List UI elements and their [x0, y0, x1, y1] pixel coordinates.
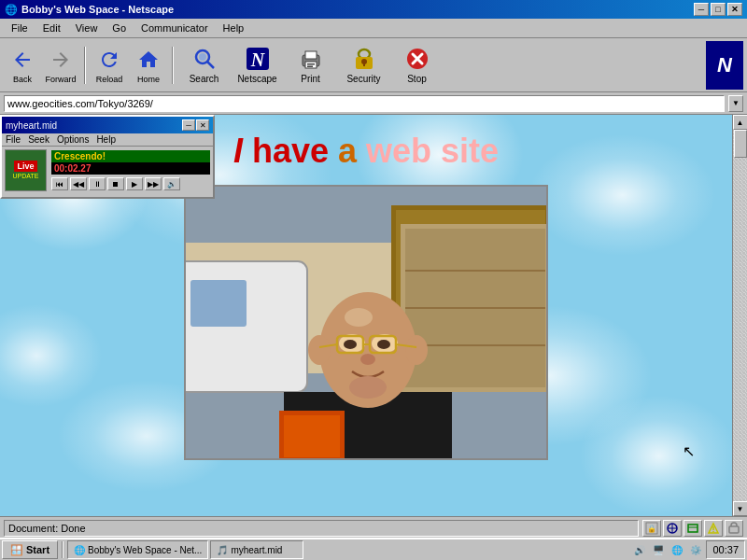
stop-button[interactable]: Stop	[391, 41, 443, 90]
print-icon	[298, 46, 324, 72]
forward-button[interactable]: Forward	[42, 41, 79, 90]
webpage: I have a web site	[0, 115, 732, 516]
media-update-badge: UPDATE	[12, 172, 40, 180]
photo-container	[0, 185, 732, 460]
start-button[interactable]: 🪟 Start	[2, 540, 58, 559]
menu-edit[interactable]: Edit	[35, 21, 68, 35]
tray-icon-1[interactable]: 🔊	[631, 541, 648, 558]
address-bar: ▼	[0, 92, 747, 115]
media-content: Live UPDATE Crescendo! 00:02.27 ⏮ ◀◀ ⏸ ⏹…	[2, 147, 213, 194]
reload-icon	[96, 47, 122, 73]
media-pause-button[interactable]: ⏸	[89, 177, 106, 190]
media-menu-file[interactable]: File	[6, 134, 21, 145]
toolbar: Back Forward Reload Home S	[0, 38, 747, 92]
stop-icon	[404, 46, 430, 72]
scroll-thumb[interactable]	[734, 130, 747, 158]
back-button[interactable]: Back	[4, 41, 41, 90]
media-stop-button[interactable]: ⏹	[107, 177, 124, 190]
menu-help[interactable]: Help	[216, 21, 252, 35]
media-player-buttons: ─ ✕	[182, 119, 209, 131]
start-label: Start	[26, 544, 49, 555]
svg-text:🔒: 🔒	[647, 524, 656, 533]
title-bar: 🌐 Bobby's Web Space - Netscape ─ □ ✕	[0, 0, 747, 19]
person-photo	[184, 185, 548, 460]
scroll-track	[733, 130, 748, 501]
svg-rect-9	[307, 66, 313, 68]
toolbar-separator-2	[172, 47, 174, 84]
svg-rect-58	[729, 526, 739, 533]
svg-rect-47	[284, 415, 340, 457]
svg-point-44	[349, 376, 387, 399]
home-label: Home	[137, 75, 160, 84]
media-song-title: Crescendo!	[51, 150, 210, 162]
svg-rect-8	[307, 63, 315, 65]
menu-go[interactable]: Go	[105, 21, 134, 35]
media-menu: File Seek Options Help	[2, 133, 213, 147]
svg-line-1	[207, 62, 214, 68]
print-label: Print	[301, 74, 320, 84]
status-icon-1[interactable]: 🔒	[642, 520, 661, 537]
forward-icon	[48, 47, 74, 73]
menu-view[interactable]: View	[68, 21, 106, 35]
scroll-down-button[interactable]: ▼	[733, 501, 748, 516]
window-title: Bobby's Web Space - Netscape	[21, 4, 174, 15]
svg-point-45	[345, 308, 373, 327]
tray-icon-3[interactable]: 🌐	[669, 541, 685, 558]
taskbar: 🪟 Start 🌐 Bobby's Web Space - Net... 🎵 m…	[0, 538, 747, 560]
address-scroll-button[interactable]: ▼	[728, 95, 743, 112]
back-label: Back	[13, 75, 32, 84]
svg-rect-22	[190, 280, 247, 327]
content-area: I have a web site	[0, 115, 747, 516]
taskbar-media-icon: 🎵	[217, 545, 228, 555]
print-button[interactable]: Print	[285, 41, 336, 90]
status-icon-4[interactable]	[704, 520, 723, 537]
minimize-button[interactable]: ─	[694, 3, 709, 16]
menu-communicator[interactable]: Communicator	[134, 21, 216, 35]
reload-button[interactable]: Reload	[91, 41, 128, 90]
media-menu-help[interactable]: Help	[96, 134, 116, 145]
taskbar-media-label: myheart.mid	[231, 545, 282, 555]
search-label: Search	[190, 74, 219, 84]
tray-icon-4[interactable]: ⚙️	[687, 541, 704, 558]
media-menu-options[interactable]: Options	[57, 134, 89, 145]
media-info: Crescendo! 00:02.27 ⏮ ◀◀ ⏸ ⏹ ▶ ▶▶ 🔊	[51, 150, 210, 190]
taskbar-tray: 🔊 🖥️ 🌐 ⚙️ 00:37	[631, 540, 745, 559]
netscape-label: Netscape	[237, 74, 276, 84]
svg-point-32	[308, 335, 331, 365]
status-icon-2[interactable]	[663, 520, 682, 537]
media-play-button[interactable]: ▶	[126, 177, 143, 190]
svg-point-57	[712, 530, 714, 532]
menu-file[interactable]: File	[4, 21, 35, 35]
home-button[interactable]: Home	[130, 41, 167, 90]
home-icon	[135, 47, 162, 73]
search-button[interactable]: Search	[178, 41, 230, 90]
media-minimize-button[interactable]: ─	[182, 119, 195, 131]
media-fast-forward-button[interactable]: ▶▶	[145, 177, 162, 190]
status-icon-5[interactable]	[725, 520, 743, 537]
tray-icon-2[interactable]: 🖥️	[650, 541, 667, 558]
maximize-button[interactable]: □	[711, 3, 726, 16]
svg-rect-6	[305, 51, 317, 59]
taskbar-item-media[interactable]: 🎵 myheart.mid	[210, 540, 303, 559]
title-bar-left: 🌐 Bobby's Web Space - Netscape	[5, 4, 174, 16]
taskbar-separator	[62, 541, 63, 558]
netscape-button[interactable]: N Netscape	[232, 41, 283, 90]
taskbar-clock: 00:37	[706, 540, 745, 559]
close-button[interactable]: ✕	[727, 3, 742, 16]
netscape-logo: N	[706, 41, 743, 90]
media-menu-seek[interactable]: Seek	[28, 134, 49, 145]
media-rewind-button[interactable]: ◀◀	[70, 177, 87, 190]
media-close-button[interactable]: ✕	[196, 119, 209, 131]
address-input[interactable]	[4, 95, 725, 112]
scroll-up-button[interactable]: ▲	[733, 115, 748, 130]
security-button[interactable]: Security	[338, 41, 389, 90]
media-player-title: myheart.mid	[6, 120, 57, 131]
svg-point-33	[405, 335, 428, 365]
taskbar-item-browser[interactable]: 🌐 Bobby's Web Space - Net...	[67, 540, 208, 559]
search-icon	[191, 46, 218, 72]
security-label: Security	[346, 74, 380, 84]
media-volume-button[interactable]: 🔊	[163, 177, 180, 190]
status-text: Document: Done	[4, 520, 639, 537]
status-icon-3[interactable]	[684, 520, 702, 537]
media-skip-back-button[interactable]: ⏮	[51, 177, 68, 190]
